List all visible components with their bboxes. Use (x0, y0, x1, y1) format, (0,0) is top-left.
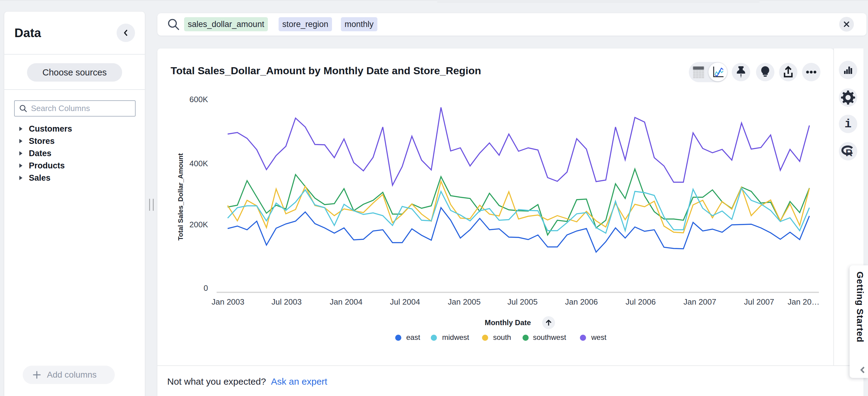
svg-text:R: R (846, 147, 852, 158)
